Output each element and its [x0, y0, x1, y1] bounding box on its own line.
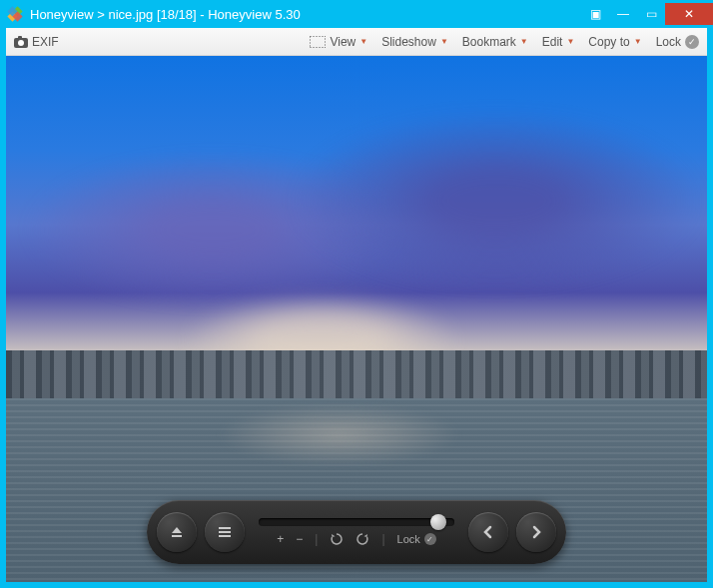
prev-button[interactable]	[468, 512, 508, 552]
check-icon: ✓	[424, 533, 436, 545]
next-button[interactable]	[516, 512, 556, 552]
copy-to-label: Copy to	[588, 35, 629, 49]
svg-rect-5	[18, 36, 22, 39]
exif-label: EXIF	[32, 35, 59, 49]
redo-icon	[356, 532, 369, 546]
close-button[interactable]: ✕	[665, 3, 713, 25]
eject-icon	[169, 524, 185, 540]
chevron-down-icon: ▼	[359, 37, 367, 46]
lock-toggle[interactable]: Lock ✓	[397, 533, 436, 545]
edit-label: Edit	[542, 35, 563, 49]
svg-rect-10	[219, 531, 231, 533]
maximize-button[interactable]: ▭	[637, 3, 665, 25]
app-logo-icon	[6, 5, 24, 23]
chevron-down-icon: ▼	[566, 37, 574, 46]
bookmark-label: Bookmark	[462, 35, 516, 49]
separator: |	[381, 532, 384, 546]
progress-slider[interactable]	[259, 518, 454, 526]
undo-icon	[330, 532, 344, 546]
svg-rect-9	[219, 527, 231, 529]
chevron-down-icon: ▼	[440, 37, 448, 46]
toolbar: EXIF View ▼ Slideshow ▼ Bookmark ▼ Edit …	[6, 28, 707, 56]
lock-label: Lock	[656, 35, 681, 49]
zoom-out-button[interactable]: −	[296, 532, 303, 546]
eject-button[interactable]	[157, 512, 197, 552]
exif-button[interactable]: EXIF	[14, 35, 59, 49]
separator: |	[315, 532, 318, 546]
view-label: View	[330, 35, 356, 49]
slideshow-label: Slideshow	[381, 35, 436, 49]
svg-rect-11	[219, 535, 231, 537]
rotate-left-button[interactable]	[330, 532, 344, 546]
edit-menu[interactable]: Edit ▼	[542, 35, 575, 49]
camera-icon	[14, 36, 28, 48]
chevron-right-icon	[529, 525, 543, 539]
sub-controls: + − | | Lock ✓	[259, 532, 454, 546]
slideshow-menu[interactable]: Slideshow ▼	[381, 35, 448, 49]
windowcontrol-extra-button[interactable]: ▣	[581, 3, 609, 25]
view-icon	[310, 36, 326, 48]
chevron-down-icon: ▼	[520, 37, 528, 46]
float-center: + − | | Lock ✓	[253, 518, 460, 546]
titlebar[interactable]: Honeyview > nice.jpg [18/18] - Honeyview…	[0, 0, 713, 28]
window-controls: ▣ — ▭ ✕	[581, 3, 713, 25]
svg-rect-7	[310, 36, 326, 48]
svg-rect-8	[172, 535, 182, 537]
check-icon: ✓	[685, 35, 699, 49]
image-viewport[interactable]: + − | | Lock ✓	[6, 56, 707, 582]
minimize-button[interactable]: —	[609, 3, 637, 25]
view-menu[interactable]: View ▼	[310, 35, 367, 49]
lock-button[interactable]: Lock ✓	[656, 35, 699, 49]
slider-thumb[interactable]	[430, 514, 446, 530]
bookmark-menu[interactable]: Bookmark ▼	[462, 35, 528, 49]
window-title: Honeyview > nice.jpg [18/18] - Honeyview…	[30, 7, 581, 22]
hamburger-icon	[217, 524, 233, 540]
rotate-right-button[interactable]	[356, 532, 369, 546]
floating-controls: + − | | Lock ✓	[147, 500, 566, 564]
copy-to-menu[interactable]: Copy to ▼	[588, 35, 641, 49]
svg-point-6	[18, 40, 24, 46]
lock-mini-label: Lock	[397, 533, 420, 545]
chevron-down-icon: ▼	[634, 37, 642, 46]
menu-button[interactable]	[205, 512, 245, 552]
chevron-left-icon	[481, 525, 495, 539]
zoom-in-button[interactable]: +	[277, 532, 284, 546]
app-window: EXIF View ▼ Slideshow ▼ Bookmark ▼ Edit …	[6, 28, 707, 582]
